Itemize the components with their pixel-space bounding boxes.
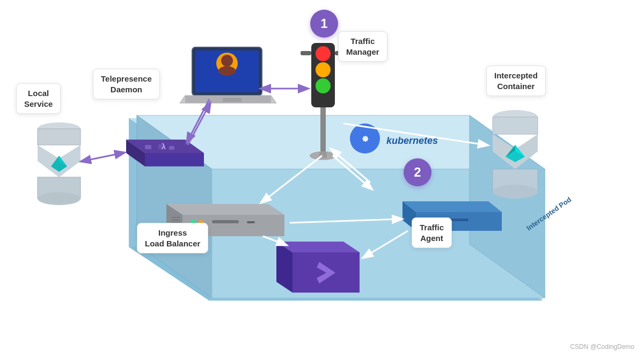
svg-rect-59: [450, 218, 469, 221]
intercepted-container-label: Intercepted Container: [486, 65, 546, 96]
ingress-lb-label: Ingress Load Balancer: [137, 223, 208, 253]
local-service-label: Local Service: [16, 83, 61, 114]
watermark: CSDN @CodingDemo: [570, 343, 634, 351]
badge-1: 1: [310, 10, 338, 38]
svg-rect-30: [38, 129, 80, 145]
traffic-agent-label: Traffic Agent: [412, 217, 452, 248]
svg-rect-28: [223, 98, 241, 102]
svg-rect-49: [247, 221, 255, 223]
diagram-container: ⎈ kubernetes Intercepted Pod: [0, 0, 644, 357]
svg-marker-43: [166, 204, 284, 215]
svg-point-64: [493, 185, 538, 199]
telepresence-daemon-label: Telepresence Daemon: [93, 69, 160, 99]
svg-point-25: [218, 66, 236, 76]
svg-rect-17: [301, 51, 311, 55]
svg-point-24: [221, 55, 233, 67]
svg-rect-61: [493, 117, 538, 134]
svg-marker-38: [145, 153, 204, 166]
svg-line-72: [83, 153, 122, 161]
svg-text:λ: λ: [162, 142, 166, 151]
traffic-manager-label: Traffic Manager: [338, 31, 387, 62]
svg-rect-39: [145, 145, 151, 149]
svg-marker-53: [402, 201, 502, 212]
svg-point-15: [316, 62, 331, 77]
badge-2: 2: [404, 158, 431, 186]
svg-point-33: [38, 192, 80, 205]
svg-point-16: [316, 78, 331, 93]
svg-rect-41: [169, 146, 174, 150]
svg-rect-48: [212, 220, 239, 223]
svg-point-14: [316, 46, 331, 61]
svg-text:⎈: ⎈: [362, 133, 369, 144]
